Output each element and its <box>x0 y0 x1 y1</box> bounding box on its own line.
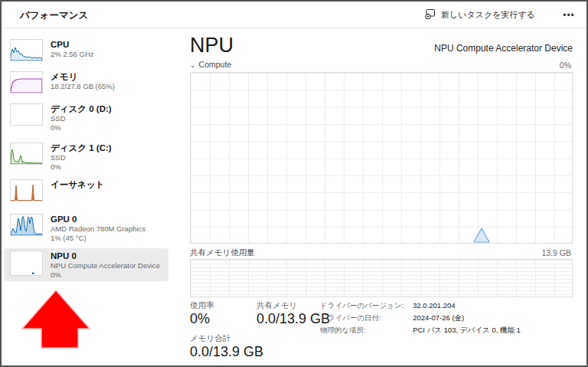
usage-value: 0% <box>190 310 214 328</box>
sidebar-npu0-title: NPU 0 <box>51 251 160 261</box>
shared-memory-section-header: 共有メモリ使用量 13.9 GB <box>190 247 573 257</box>
sidebar-cpu-stats: 2% 2.56 GHz <box>51 50 94 59</box>
compute-label[interactable]: ⌄Compute <box>190 60 231 69</box>
sidebar-gpu0-stats: 1% (45 °C) <box>51 234 145 243</box>
compute-section-header: ⌄Compute 0% <box>190 60 573 70</box>
sidebar-item-cpu[interactable]: CPU 2% 2.56 GHz <box>4 37 168 64</box>
ethernet-mini-chart <box>10 179 43 202</box>
npu-stats: 使用率 0% 共有メモリ 0.0/13.9 GB メモリ合計 0.0/13.9 … <box>190 300 577 365</box>
usage-label: 使用率 <box>190 300 214 310</box>
sidebar-npu0-usage: 0% <box>51 270 160 280</box>
shared-memory-max-value: 13.9 GB <box>541 248 571 257</box>
npu0-mini-chart <box>10 251 43 276</box>
sidebar-disk0-title: ディスク 0 (D:) <box>51 103 112 114</box>
cpu-mini-chart <box>10 39 43 61</box>
sidebar-item-npu0[interactable]: NPU 0 NPU Compute Accelerator Device 0% <box>4 248 168 281</box>
run-new-task-label: 新しいタスクを実行する <box>441 9 535 21</box>
chevron-down-icon: ⌄ <box>190 61 196 69</box>
compute-usage-spike <box>472 228 491 243</box>
gpu0-mini-chart <box>10 214 43 236</box>
sidebar-item-gpu0[interactable]: GPU 0 AMD Radeon 780M Graphics 1% (45 °C… <box>4 211 168 244</box>
sidebar-cpu-title: CPU <box>51 39 94 50</box>
more-options-button[interactable]: ••• <box>557 5 580 25</box>
sidebar-disk1-title: ディスク 1 (C:) <box>51 143 112 153</box>
sidebar-gpu0-device: AMD Radeon 780M Graphics <box>51 224 145 234</box>
header: パフォーマンス 新しいタスクを実行する ••• <box>2 2 586 28</box>
driver-version-label: ドライバーのバージョン: <box>320 301 403 311</box>
sidebar-disk1-type: SSD <box>51 153 112 162</box>
sidebar-ethernet-title: イーサネット <box>51 179 104 190</box>
total-memory-label: メモリ合計 <box>190 333 263 342</box>
sidebar-gpu0-title: GPU 0 <box>51 214 145 224</box>
red-annotation-arrow <box>20 289 92 350</box>
driver-info: ドライバーのバージョン: 32.0.201.204 ドライバーの日付: 2024… <box>320 301 521 336</box>
ellipsis-icon: ••• <box>563 10 575 21</box>
compute-utilization-value: 0% <box>560 61 571 70</box>
task-manager-window: パフォーマンス 新しいタスクを実行する ••• CPU 2% 2.56 GHz <box>0 0 588 367</box>
npu-compute-chart <box>190 72 573 244</box>
run-new-task-button[interactable]: 新しいタスクを実行する <box>418 5 542 25</box>
sidebar-disk0-usage: 0% <box>51 123 112 133</box>
shared-memory-chart-label: 共有メモリ使用量 <box>190 247 255 258</box>
disk1-mini-chart <box>10 143 43 165</box>
sidebar-disk0-type: SSD <box>51 114 112 123</box>
disk0-mini-chart <box>10 103 43 126</box>
sidebar-memory-title: メモリ <box>51 71 115 82</box>
sidebar-disk1-usage: 0% <box>51 162 112 172</box>
sidebar-item-disk1[interactable]: ディスク 1 (C:) SSD 0% <box>4 140 168 173</box>
sidebar-item-memory[interactable]: メモリ 18.2/27.8 GB (65%) <box>4 69 168 96</box>
sidebar-item-disk0[interactable]: ディスク 0 (D:) SSD 0% <box>4 101 168 134</box>
total-memory-value: 0.0/13.9 GB <box>190 342 263 361</box>
shared-memory-label: 共有メモリ <box>256 300 330 310</box>
physical-location-label: 物理的な場所: <box>320 326 403 336</box>
sidebar-item-ethernet[interactable]: イーサネット <box>4 177 168 204</box>
shared-memory-chart <box>190 259 573 297</box>
driver-date-value: 2024-07-26 (金) <box>413 313 521 323</box>
sidebar-npu0-device: NPU Compute Accelerator Device <box>51 261 160 270</box>
sidebar-memory-stats: 18.2/27.8 GB (65%) <box>51 82 115 91</box>
device-name: NPU Compute Accelerator Device <box>434 43 573 54</box>
driver-version-value: 32.0.201.204 <box>413 301 521 311</box>
driver-date-label: ドライバーの日付: <box>320 313 403 323</box>
page-title: パフォーマンス <box>20 9 88 22</box>
shared-memory-value: 0.0/13.9 GB <box>256 310 330 328</box>
new-task-window-plus-icon <box>425 8 436 21</box>
physical-location-value: PCI バス 103, デバイス 0, 機能 1 <box>413 326 521 336</box>
main-title: NPU <box>190 34 234 57</box>
memory-mini-chart <box>10 71 43 93</box>
